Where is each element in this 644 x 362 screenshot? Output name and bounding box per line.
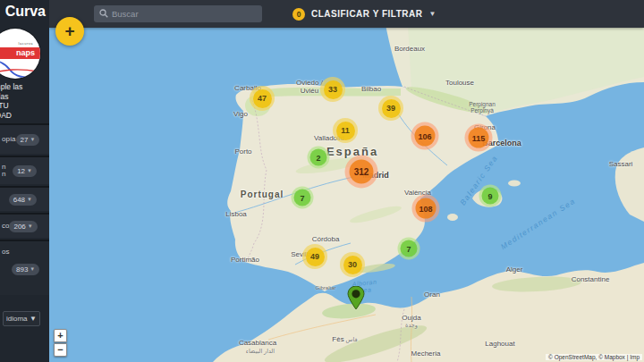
- filter-label: co: [2, 223, 9, 231]
- filter-label: opía: [2, 136, 16, 144]
- filter-count-badge: 0: [292, 8, 305, 21]
- topbar: 0 CLASIFICAR Y FILTRAR ▼: [49, 0, 644, 28]
- description-line: las: [0, 92, 39, 102]
- map-cluster[interactable]: 33: [320, 77, 345, 102]
- filter-count-dropdown[interactable]: 893▼: [12, 264, 39, 275]
- language-select-label: idioma: [6, 315, 30, 323]
- chevron-down-icon: ▼: [30, 266, 35, 272]
- map-cluster[interactable]: 49: [302, 244, 327, 269]
- zoom-in-button[interactable]: +: [54, 329, 67, 342]
- filter-count-dropdown[interactable]: 206▼: [9, 221, 37, 232]
- chevron-down-icon: ▼: [30, 315, 37, 323]
- language-select[interactable]: idioma ▼: [3, 311, 40, 326]
- chevron-down-icon: ▼: [428, 10, 436, 18]
- logo-arc-text: lacurva: [19, 41, 33, 46]
- map-pin-marker[interactable]: [347, 286, 365, 313]
- app-window: BordeauxToulouseCarballoOviedo / UviéuBi…: [0, 0, 644, 362]
- map-cluster[interactable]: 2: [308, 147, 330, 169]
- map-cluster[interactable]: 7: [292, 187, 314, 209]
- map-cluster[interactable]: 30: [340, 252, 365, 277]
- map-cluster[interactable]: 115: [465, 124, 493, 152]
- zoom-out-button[interactable]: −: [54, 343, 67, 357]
- search-input[interactable]: [94, 5, 262, 22]
- map-cluster[interactable]: 7: [398, 238, 420, 260]
- map-cluster[interactable]: 9: [479, 185, 502, 207]
- chevron-down-icon: ▼: [27, 168, 32, 173]
- logo-band-text: naps: [0, 47, 40, 59]
- map-cluster[interactable]: 39: [378, 96, 403, 121]
- map-cluster[interactable]: 11: [333, 118, 358, 143]
- filter-row: 648▼: [0, 186, 49, 211]
- sidebar: Curva lacurva naps Cumple las las TU DAD…: [0, 0, 49, 362]
- filter-row: opía 27▼: [0, 123, 49, 154]
- description-line: Cumple las: [0, 82, 39, 92]
- chevron-down-icon: ▼: [30, 137, 35, 142]
- chevron-down-icon: ▼: [27, 197, 32, 202]
- filter-row: co 206▼: [0, 213, 49, 238]
- map-cluster[interactable]: 108: [412, 195, 440, 223]
- classify-filter-button[interactable]: 0 CLASIFICAR Y FILTRAR ▼: [289, 4, 439, 24]
- map-cluster[interactable]: 312: [345, 156, 378, 189]
- sidebar-description: Cumple las las TU DAD: [0, 82, 39, 120]
- add-marker-fab[interactable]: +: [55, 17, 84, 46]
- filter-label: n n: [2, 164, 5, 179]
- filter-button-label: CLASIFICAR Y FILTRAR: [311, 9, 422, 19]
- app-logo: lacurva naps: [0, 29, 40, 79]
- app-title: Curva: [5, 4, 46, 20]
- description-line: TU: [0, 101, 39, 111]
- filter-count-dropdown[interactable]: 648▼: [9, 194, 37, 206]
- description-line: DAD: [0, 111, 39, 121]
- logo-curve-graphic: [0, 59, 40, 79]
- map-attribution[interactable]: © OpenStreetMap, © Mapbox | Imp: [546, 354, 642, 360]
- map-cluster[interactable]: 47: [250, 86, 275, 111]
- filter-count-dropdown[interactable]: 12▼: [13, 165, 37, 177]
- filter-label: os: [2, 248, 9, 257]
- map-cluster[interactable]: 106: [411, 122, 439, 150]
- filter-row: os 893▼: [0, 240, 49, 295]
- chevron-down-icon: ▼: [28, 223, 33, 229]
- cluster-layer: 4733391110611523127910874930: [0, 0, 644, 362]
- map-canvas[interactable]: BordeauxToulouseCarballoOviedo / UviéuBi…: [0, 0, 644, 362]
- filter-row: n n 12▼: [0, 156, 49, 184]
- filter-count-dropdown[interactable]: 27▼: [16, 134, 40, 146]
